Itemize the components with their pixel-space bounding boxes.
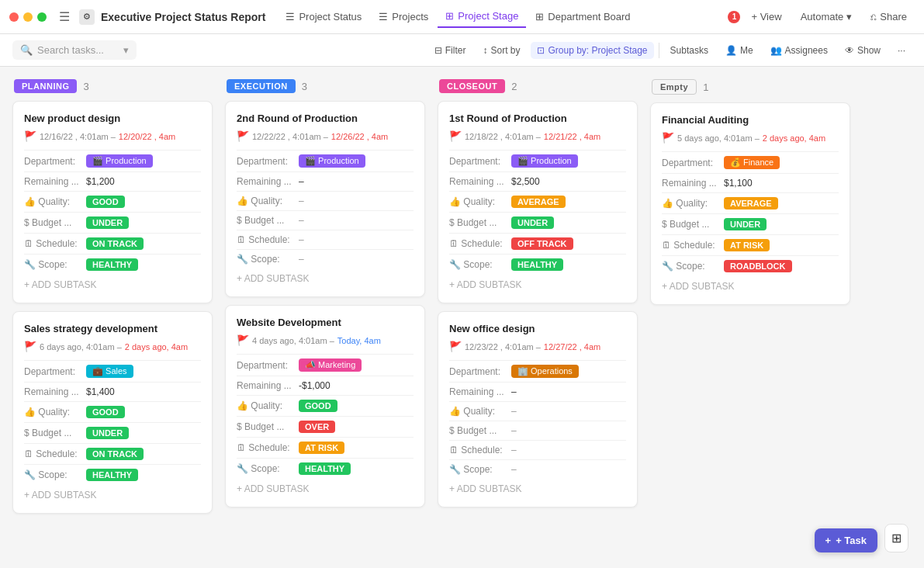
tab-department-board[interactable]: ⊞ Department Board	[528, 6, 638, 27]
budget-label: $ Budget ...	[449, 425, 511, 436]
department-badge[interactable]: 💼 Sales	[86, 365, 133, 378]
column-count-execution: 3	[302, 81, 307, 92]
department-badge[interactable]: 🎬 Production	[86, 154, 153, 168]
tab-projects[interactable]: ☰ Projects	[371, 6, 436, 27]
scope-label: 🔧 Scope:	[237, 463, 299, 474]
add-subtask-button[interactable]: + ADD SUBTASK	[237, 268, 414, 286]
schedule-badge[interactable]: ON TRACK	[86, 237, 144, 250]
schedule-badge[interactable]: AT RISK	[724, 239, 770, 251]
quality-badge[interactable]: AVERAGE	[724, 197, 778, 210]
budget-badge[interactable]: UNDER	[511, 216, 554, 229]
group-button[interactable]: ⊡ Group by: Project Stage	[531, 42, 653, 59]
quality-badge[interactable]: GOOD	[299, 400, 337, 412]
filter-button[interactable]: ⊟ Filter	[428, 42, 472, 59]
add-subtask-button[interactable]: + ADD SUBTASK	[237, 479, 414, 496]
date-start: 12/23/22 , 4:01am –	[465, 342, 541, 352]
task-fab[interactable]: + + Task	[815, 528, 877, 552]
department-row: Department:🎬 Production	[449, 150, 626, 171]
chevron-down-icon: ▾	[846, 11, 852, 23]
tab-project-status[interactable]: ☰ Project Status	[278, 6, 369, 27]
budget-badge[interactable]: UNDER	[86, 216, 129, 229]
maximize-button[interactable]	[37, 12, 47, 22]
remaining-label: Remaining ...	[449, 176, 511, 187]
budget-label: $ Budget ...	[662, 219, 724, 230]
department-badge[interactable]: 📣 Marketing	[299, 358, 362, 372]
scope-label: 🔧 Scope:	[24, 259, 86, 270]
add-subtask-button[interactable]: + ADD SUBTASK	[449, 275, 626, 292]
assignees-button[interactable]: 👥 Assignees	[764, 42, 834, 59]
quality-badge[interactable]: AVERAGE	[511, 196, 566, 208]
share-button[interactable]: ⎌ Share	[863, 7, 915, 26]
card-card-5[interactable]: 1st Round of Production🚩12/18/22 , 4:01a…	[438, 101, 638, 303]
date-start: 4 days ago, 4:01am –	[252, 336, 334, 345]
department-badge[interactable]: 💰 Finance	[724, 156, 780, 169]
schedule-badge[interactable]: AT RISK	[299, 442, 344, 454]
add-subtask-button[interactable]: + ADD SUBTASK	[24, 485, 201, 502]
scope-badge[interactable]: HEALTHY	[86, 258, 138, 271]
subtasks-button[interactable]: Subtasks	[664, 42, 715, 59]
add-subtask-button[interactable]: + ADD SUBTASK	[449, 479, 626, 496]
department-row: Department:🎬 Production	[237, 150, 414, 171]
department-badge[interactable]: 🎬 Production	[511, 154, 578, 168]
card-title: 2nd Round of Production	[237, 113, 414, 124]
board: PLANNING3New product design🚩12/16/22 , 4…	[0, 67, 924, 568]
budget-row: $ Budget ...UNDER	[449, 212, 626, 233]
card-card-7[interactable]: Financial Auditing🚩5 days ago, 4:01am – …	[650, 102, 850, 305]
scope-badge[interactable]: ROADBLOCK	[724, 260, 792, 272]
scope-row: 🔧 Scope:HEALTHY	[24, 464, 201, 485]
flag-icon: 🚩	[662, 132, 674, 144]
show-button[interactable]: 👁 Show	[839, 42, 887, 59]
date-end: 12/21/22 , 4am	[544, 132, 600, 141]
budget-row: $ Budget ...UNDER	[662, 213, 839, 234]
quality-label: 👍 Quality:	[449, 406, 511, 417]
card-card-3[interactable]: 2nd Round of Production🚩12/22/22 , 4:01a…	[225, 101, 425, 297]
search-input[interactable]: 🔍 Search tasks... ▾	[12, 40, 137, 60]
remaining-row: Remaining ...$1,100	[662, 173, 839, 192]
grid-view-button[interactable]: ⊞	[884, 524, 908, 552]
card-title: 1st Round of Production	[449, 113, 626, 124]
eye-icon: 👁	[845, 45, 854, 56]
budget-badge[interactable]: OVER	[299, 421, 335, 433]
scope-row: 🔧 Scope:–	[237, 249, 414, 268]
column-closeout: CLOSEOUT21st Round of Production🚩12/18/2…	[438, 79, 638, 556]
date-start: 12/18/22 , 4:01am –	[465, 132, 541, 141]
add-subtask-button[interactable]: + ADD SUBTASK	[662, 276, 839, 293]
minimize-button[interactable]	[23, 12, 33, 22]
card-card-1[interactable]: New product design🚩12/16/22 , 4:01am – 1…	[12, 101, 213, 303]
quality-badge[interactable]: GOOD	[86, 196, 125, 208]
card-card-2[interactable]: Sales strategy development🚩6 days ago, 4…	[12, 311, 213, 514]
card-card-4[interactable]: Website Development🚩4 days ago, 4:01am –…	[225, 305, 425, 507]
hamburger-menu[interactable]: ☰	[59, 9, 70, 24]
me-button[interactable]: 👤 Me	[719, 42, 760, 59]
schedule-badge[interactable]: ON TRACK	[86, 448, 144, 460]
quality-label: 👍 Quality:	[449, 196, 511, 207]
department-row: Department:💰 Finance	[662, 151, 839, 173]
notification-badge[interactable]: 1	[728, 11, 740, 23]
schedule-label: 🗓 Schedule:	[449, 445, 511, 455]
budget-badge[interactable]: UNDER	[86, 427, 129, 439]
quality-label: 👍 Quality:	[662, 198, 724, 209]
sort-button[interactable]: ↕ Sort by	[476, 42, 526, 59]
department-label: Department:	[449, 366, 511, 377]
app-title: Executive Project Status Report	[101, 11, 265, 23]
schedule-row: 🗓 Schedule:ON TRACK	[24, 233, 201, 254]
column-header-closeout: CLOSEOUT2	[438, 79, 638, 93]
view-button[interactable]: + View	[743, 7, 789, 26]
scope-badge[interactable]: HEALTHY	[299, 462, 351, 475]
scope-badge[interactable]: HEALTHY	[511, 258, 563, 271]
department-badge[interactable]: 🎬 Production	[299, 154, 365, 168]
scope-badge[interactable]: HEALTHY	[86, 469, 138, 481]
quality-badge[interactable]: GOOD	[86, 406, 125, 418]
grid-icon: ⊞	[445, 10, 454, 22]
plus-icon: +	[825, 535, 832, 546]
automate-button[interactable]: Automate ▾	[793, 7, 860, 26]
quality-label: 👍 Quality:	[237, 196, 299, 206]
card-card-6[interactable]: New office design🚩12/23/22 , 4:01am – 12…	[438, 311, 638, 507]
more-options-button[interactable]: ···	[891, 42, 912, 59]
tab-project-stage[interactable]: ⊞ Project Stage	[438, 5, 526, 28]
budget-badge[interactable]: UNDER	[724, 218, 767, 230]
department-badge[interactable]: 🏢 Operations	[511, 365, 579, 378]
schedule-badge[interactable]: OFF TRACK	[511, 237, 573, 250]
add-subtask-button[interactable]: + ADD SUBTASK	[24, 275, 201, 292]
close-button[interactable]	[9, 12, 19, 22]
